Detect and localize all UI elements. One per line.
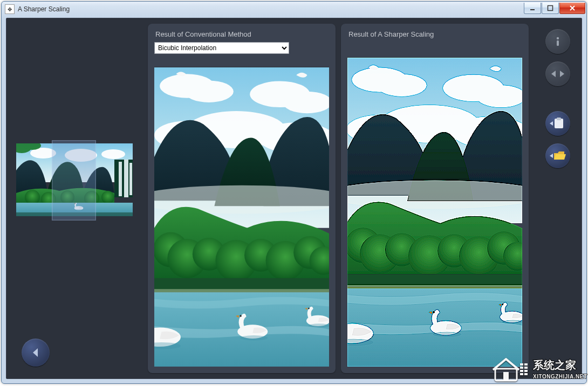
scale-app-icon: ✥ [5, 4, 15, 14]
compare-arrows-icon [551, 69, 565, 79]
info-button[interactable] [545, 29, 570, 54]
source-thumbnail[interactable] [16, 143, 133, 216]
window-frame: ✥ A Sharper Scaling [1, 1, 587, 384]
panel-sharper-title: Result of A Sharper Scaling [348, 30, 522, 39]
svg-rect-53 [557, 40, 559, 46]
save-to-folder-button[interactable] [545, 143, 570, 168]
panel-conventional-title: Result of Conventional Method [155, 30, 329, 39]
panel-conventional: Result of Conventional Method Bicubic In… [148, 24, 336, 373]
maximize-button[interactable] [542, 3, 559, 14]
svg-point-52 [557, 37, 559, 39]
preview-conventional[interactable] [154, 67, 329, 367]
panel-sharper: Result of A Sharper Scaling [341, 24, 529, 373]
action-buttons [539, 29, 576, 176]
titlebar[interactable]: ✥ A Sharper Scaling [2, 2, 586, 17]
svg-rect-51 [548, 6, 553, 11]
window-title: A Sharper Scaling [18, 5, 70, 13]
copy-to-clipboard-icon [550, 118, 566, 129]
client-area: Result of Conventional Method Bicubic In… [6, 18, 582, 379]
back-arrow-icon [30, 347, 42, 359]
copy-to-clipboard-button[interactable] [545, 111, 570, 136]
back-button[interactable] [22, 339, 50, 367]
preview-sharper[interactable] [347, 57, 522, 367]
crop-selection-rect[interactable] [52, 140, 96, 220]
info-icon [552, 36, 564, 47]
compare-button[interactable] [545, 61, 570, 86]
interpolation-method-select[interactable]: Bicubic Interpolation [154, 42, 289, 54]
open-folder-icon [550, 150, 566, 162]
svg-rect-55 [557, 118, 561, 120]
svg-rect-50 [530, 9, 535, 10]
close-button[interactable] [559, 3, 585, 14]
minimize-button[interactable] [524, 3, 541, 14]
